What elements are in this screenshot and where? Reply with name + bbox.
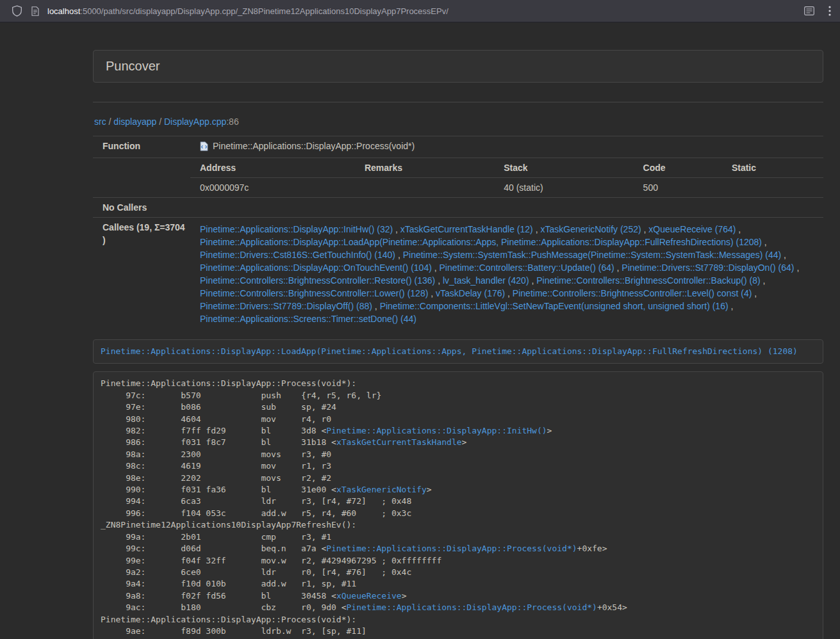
- callee-link[interactable]: Pinetime::Controllers::Battery::Update()…: [440, 263, 614, 273]
- code-size-value: 500: [634, 178, 722, 198]
- function-icon: [200, 142, 208, 151]
- callee-link[interactable]: Pinetime::Drivers::St7789::DisplayOff() …: [200, 301, 372, 311]
- metrics-row-label: [93, 158, 190, 198]
- function-name-cell: Pinetime::Applications::DisplayApp::Proc…: [190, 136, 823, 158]
- code-symbol-link[interactable]: xTaskGetCurrentTaskHandle: [336, 437, 462, 447]
- metrics-table-cell: Address Remarks Stack Code Static 0x0000…: [190, 158, 823, 198]
- no-callers-row: No Callers: [93, 198, 823, 218]
- stack-value: 40 (static): [494, 178, 633, 198]
- tracking-shield-icon[interactable]: [12, 5, 22, 17]
- callees-row: Callees (19, Σ=3704 ) Pinetime::Applicat…: [93, 218, 823, 331]
- breadcrumb-link[interactable]: src: [94, 117, 106, 127]
- callee-link[interactable]: xQueueReceive (764): [648, 224, 736, 234]
- col-static: Static: [722, 158, 823, 178]
- symbol-table: Function Pinetime::Applications::Display…: [93, 136, 823, 330]
- site-title: Puncover: [106, 59, 160, 73]
- url-host: localhost: [47, 6, 80, 16]
- breadcrumb-link[interactable]: DisplayApp.cpp: [164, 117, 226, 127]
- code-symbol-link[interactable]: xTaskGenericNotify: [336, 485, 427, 494]
- url-path: :5000/path/src/displayapp/DisplayApp.cpp…: [80, 6, 449, 16]
- callees-list: Pinetime::Applications::DisplayApp::Init…: [190, 218, 823, 331]
- callee-link[interactable]: Pinetime::Applications::Screens::Timer::…: [200, 314, 416, 324]
- divider: [93, 102, 823, 102]
- function-name: Pinetime::Applications::DisplayApp::Proc…: [213, 140, 415, 152]
- callee-link[interactable]: Pinetime::Controllers::BrightnessControl…: [200, 275, 435, 286]
- callee-link[interactable]: lv_task_handler (420): [443, 275, 529, 286]
- no-callers-label: No Callers: [93, 198, 190, 218]
- callee-link[interactable]: Pinetime::Drivers::Cst816S::GetTouchInfo…: [200, 250, 395, 260]
- callee-link[interactable]: Pinetime::Applications::DisplayApp::Load…: [200, 237, 762, 247]
- function-label: Function: [93, 136, 190, 158]
- page-content: Puncover src / displayapp / DisplayApp.c…: [93, 50, 823, 639]
- browser-chrome: localhost:5000/path/src/displayapp/Displ…: [0, 0, 840, 22]
- callee-link[interactable]: Pinetime::Controllers::BrightnessControl…: [513, 288, 752, 298]
- site-header-panel: Puncover: [93, 50, 823, 83]
- callee-link[interactable]: xTaskGetCurrentTaskHandle (12): [400, 224, 533, 234]
- no-callers-cell: [190, 198, 823, 218]
- highlighted-callee: Pinetime::Applications::DisplayApp::Load…: [93, 339, 823, 364]
- static-value: [722, 178, 823, 198]
- callee-link[interactable]: Pinetime::Controllers::BrightnessControl…: [536, 275, 760, 286]
- reader-view-icon[interactable]: [804, 6, 814, 15]
- col-address: Address: [190, 158, 355, 178]
- url-bar[interactable]: localhost:5000/path/src/displayapp/Displ…: [47, 6, 449, 16]
- col-stack: Stack: [494, 158, 633, 178]
- address-value: 0x0000097c: [190, 178, 355, 198]
- page-info-icon[interactable]: [31, 6, 39, 16]
- metrics-value-row: 0x0000097c 40 (static) 500: [190, 178, 823, 198]
- callee-link[interactable]: Pinetime::Components::LittleVgl::SetNewT…: [380, 301, 729, 311]
- callee-link[interactable]: Pinetime::Drivers::St7789::DisplayOn() (…: [622, 263, 794, 273]
- breadcrumb: src / displayapp / DisplayApp.cpp:86: [94, 115, 823, 128]
- disassembly: Pinetime::Applications::DisplayApp::Proc…: [93, 371, 823, 639]
- callee-link[interactable]: xTaskGenericNotify (252): [540, 224, 641, 234]
- code-symbol-link[interactable]: Pinetime::Applications::DisplayApp::Init…: [326, 426, 547, 435]
- col-remarks: Remarks: [355, 158, 494, 178]
- callee-link[interactable]: Pinetime::Applications::DisplayApp::Init…: [200, 224, 393, 234]
- col-code: Code: [634, 158, 722, 178]
- callees-label: Callees (19, Σ=3704 ): [93, 218, 190, 331]
- metrics-table: Address Remarks Stack Code Static 0x0000…: [190, 158, 823, 197]
- callee-link[interactable]: Pinetime::System::SystemTask::PushMessag…: [403, 250, 782, 260]
- kebab-menu-icon[interactable]: [828, 6, 831, 16]
- callee-link[interactable]: Pinetime::Applications::DisplayApp::OnTo…: [200, 263, 432, 273]
- metrics-row: Address Remarks Stack Code Static 0x0000…: [93, 158, 823, 198]
- metrics-header-row: Address Remarks Stack Code Static: [190, 158, 823, 178]
- breadcrumb-line-number: :86: [226, 117, 238, 127]
- code-symbol-link[interactable]: xQueueReceive: [336, 591, 402, 601]
- code-symbol-link[interactable]: Pinetime::Applications::DisplayApp::Proc…: [326, 544, 577, 553]
- remarks-value: [355, 178, 494, 198]
- callee-link[interactable]: Pinetime::Controllers::BrightnessControl…: [200, 288, 428, 298]
- highlighted-callee-link[interactable]: Pinetime::Applications::DisplayApp::Load…: [101, 346, 798, 356]
- function-row: Function Pinetime::Applications::Display…: [93, 136, 823, 158]
- callee-link[interactable]: vTaskDelay (176): [436, 288, 505, 298]
- breadcrumb-link[interactable]: displayapp: [113, 117, 156, 127]
- code-symbol-link[interactable]: Pinetime::Applications::DisplayApp::Proc…: [347, 603, 597, 612]
